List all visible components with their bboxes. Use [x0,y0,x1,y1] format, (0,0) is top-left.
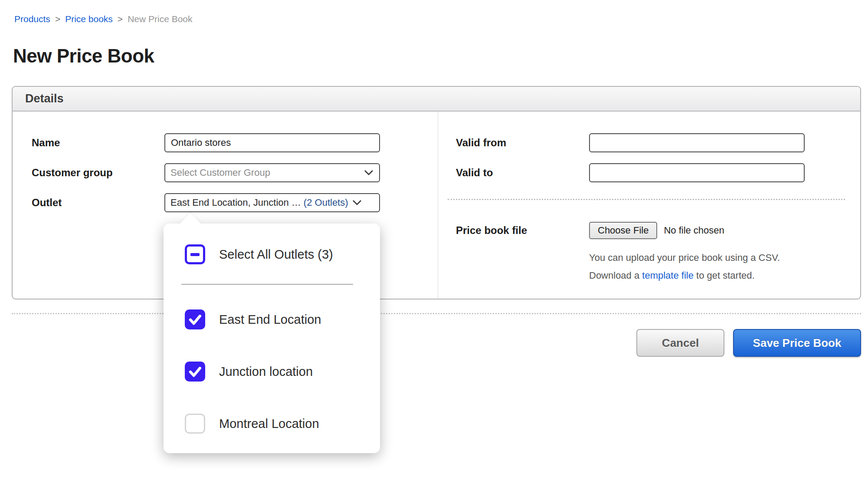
breadcrumb-separator: > [55,14,60,24]
breadcrumb-link-price-books[interactable]: Price books [65,14,113,24]
file-help-line1: You can upload your price book using a C… [589,249,780,267]
outlet-option-label: East End Location [219,313,321,327]
outlet-dropdown-popover: Select All Outlets (3) East End Location… [164,224,380,453]
outlet-count-badge: (2 Outlets) [304,197,348,208]
price-book-file-row: Price book file Choose File No file chos… [438,222,860,284]
file-input-row: Choose File No file chosen [589,222,780,239]
form-right-column: Valid from Valid to Price book file Choo… [438,112,860,299]
checkbox-checked-icon[interactable] [185,362,205,382]
outlet-label: Outlet [32,197,164,209]
price-book-file-label: Price book file [456,224,589,237]
file-help-text: You can upload your price book using a C… [589,249,780,284]
select-all-label: Select All Outlets (3) [219,247,333,262]
outlet-option-label: Junction location [219,365,313,379]
outlet-selected-text: East End Location, Junction … [170,197,301,208]
customer-group-row: Customer group Select Customer Group [13,163,438,182]
outlet-multiselect-trigger[interactable]: East End Location, Junction … (2 Outlets… [164,193,380,212]
popover-divider [181,284,353,285]
page-dashed-separator [12,313,861,314]
outlet-option-label: Montreal Location [219,417,319,431]
name-row: Name [13,133,438,152]
valid-to-label: Valid to [456,167,589,179]
select-all-outlets-option[interactable]: Select All Outlets (3) [164,244,380,264]
breadcrumb-current: New Price Book [128,14,192,24]
customer-group-label: Customer group [32,167,164,179]
chevron-down-icon [364,169,374,176]
outlet-option-junction[interactable]: Junction location [164,362,380,382]
details-panel: Details Name Customer group Select Custo… [12,86,861,299]
right-column-dotted-separator [448,199,845,200]
breadcrumb-link-products[interactable]: Products [14,14,50,24]
breadcrumb: Products > Price books > New Price Book [14,14,193,24]
valid-from-row: Valid from [438,133,860,152]
details-panel-header: Details [13,87,860,112]
valid-from-label: Valid from [456,137,589,149]
checkbox-checked-icon[interactable] [185,309,205,329]
valid-to-input[interactable] [589,163,805,182]
outlet-row: Outlet East End Location, Junction … (2 … [13,193,438,212]
new-price-book-page: Products > Price books > New Price Book … [0,0,868,487]
file-help-line2: Download a template file to get started. [589,267,780,284]
valid-to-row: Valid to [438,163,860,182]
outlet-option-montreal[interactable]: Montreal Location [164,414,380,434]
select-all-checkbox-indeterminate-icon[interactable] [185,244,205,264]
choose-file-button[interactable]: Choose File [589,222,657,239]
price-book-file-field: Choose File No file chosen You can uploa… [589,222,780,284]
details-panel-title: Details [25,92,64,105]
details-panel-body: Name Customer group Select Customer Grou… [13,112,860,299]
checkbox-unchecked-icon[interactable] [185,414,205,434]
cancel-button[interactable]: Cancel [636,329,724,357]
name-input[interactable] [164,133,380,152]
page-title: New Price Book [13,45,154,67]
chevron-down-icon [352,199,362,206]
valid-from-input[interactable] [589,133,805,152]
customer-group-select[interactable]: Select Customer Group [164,163,380,182]
template-file-link[interactable]: template file [642,270,694,281]
popover-caret [179,212,202,224]
name-label: Name [32,137,164,149]
breadcrumb-separator: > [118,14,123,24]
form-actions: Cancel Save Price Book [12,329,861,357]
save-price-book-button[interactable]: Save Price Book [733,329,861,357]
file-chosen-status: No file chosen [664,225,724,236]
customer-group-placeholder: Select Customer Group [170,167,360,178]
outlet-option-east-end[interactable]: East End Location [164,309,380,329]
